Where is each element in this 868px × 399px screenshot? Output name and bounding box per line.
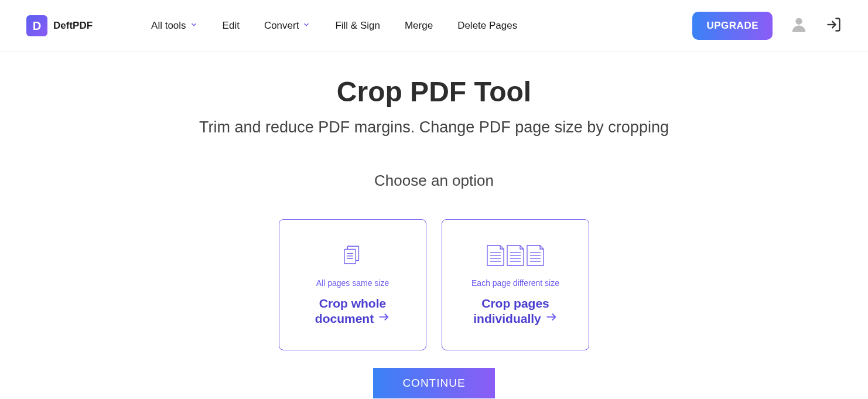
logo[interactable]: D DeftPDF [26, 15, 93, 36]
nav-label: Fill & Sign [335, 20, 380, 32]
nav-fill-sign[interactable]: Fill & Sign [335, 20, 380, 32]
nav-delete-pages[interactable]: Delete Pages [457, 20, 517, 32]
card-title: Crop whole document [315, 296, 390, 326]
main-nav: All tools Edit Convert Fill & Sign Merge… [151, 20, 692, 32]
card-title-line2: individually [473, 311, 541, 326]
logo-text: DeftPDF [53, 20, 93, 32]
continue-button[interactable]: CONTINUE [373, 368, 494, 398]
options-row: All pages same size Crop whole document [0, 219, 868, 350]
nav-all-tools[interactable]: All tools [151, 20, 198, 32]
page-title: Crop PDF Tool [0, 76, 868, 108]
page-subtitle: Trim and reduce PDF margins. Change PDF … [0, 118, 868, 137]
documents-icon [340, 243, 365, 270]
logo-icon: D [26, 15, 47, 36]
svg-point-0 [795, 18, 802, 25]
nav-label: Merge [405, 20, 433, 32]
nav-label: All tools [151, 20, 186, 32]
chevron-down-icon [190, 20, 198, 32]
avatar-icon[interactable] [789, 15, 809, 37]
chevron-down-icon [302, 20, 310, 32]
arrow-right-icon [377, 311, 390, 326]
nav-label: Delete Pages [457, 20, 517, 32]
card-title: Crop pages individually [473, 296, 558, 326]
card-subtext: Each page different size [471, 278, 559, 288]
arrow-right-icon [545, 311, 558, 326]
card-title-line2: document [315, 311, 374, 326]
nav-convert[interactable]: Convert [264, 20, 311, 32]
option-crop-whole[interactable]: All pages same size Crop whole document [279, 219, 426, 350]
card-title-line1: Crop whole [319, 296, 386, 311]
card-title-line1: Crop pages [481, 296, 549, 311]
main: Crop PDF Tool Trim and reduce PDF margin… [0, 52, 868, 398]
nav-label: Edit [223, 20, 240, 32]
nav-edit[interactable]: Edit [223, 20, 240, 32]
choose-label: Choose an option [0, 172, 868, 190]
header-right: UPGRADE [692, 12, 842, 40]
pages-icon [486, 243, 545, 270]
signin-icon[interactable] [825, 16, 842, 35]
option-crop-individual[interactable]: Each page different size Crop pages indi… [442, 219, 589, 350]
card-subtext: All pages same size [316, 278, 389, 288]
upgrade-button[interactable]: UPGRADE [692, 12, 773, 40]
nav-label: Convert [264, 20, 299, 32]
nav-merge[interactable]: Merge [405, 20, 433, 32]
header: D DeftPDF All tools Edit Convert Fill & … [0, 0, 868, 52]
svg-rect-3 [344, 249, 356, 264]
